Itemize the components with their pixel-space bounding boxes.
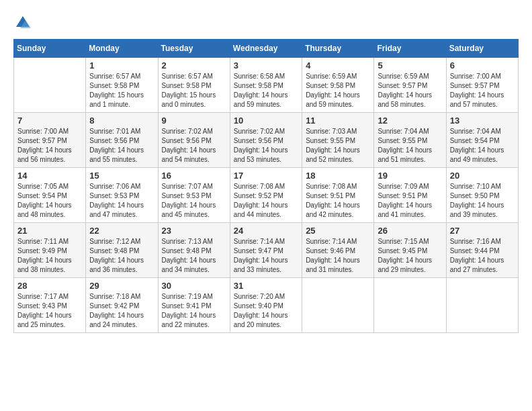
calendar-cell: 5Sunrise: 6:59 AM Sunset: 9:57 PM Daylig…: [374, 58, 446, 113]
day-info: Sunrise: 7:13 AM Sunset: 9:48 PM Dayligh…: [162, 237, 226, 275]
day-info: Sunrise: 7:18 AM Sunset: 9:42 PM Dayligh…: [89, 292, 154, 330]
day-number: 5: [378, 60, 442, 71]
day-info: Sunrise: 6:57 AM Sunset: 9:58 PM Dayligh…: [89, 72, 154, 109]
day-info: Sunrise: 7:03 AM Sunset: 9:55 PM Dayligh…: [306, 127, 370, 165]
day-number: 10: [234, 116, 298, 126]
day-info: Sunrise: 6:57 AM Sunset: 9:58 PM Dayligh…: [162, 72, 226, 109]
calendar-cell: 6Sunrise: 7:00 AM Sunset: 9:57 PM Daylig…: [446, 58, 518, 113]
calendar-cell: 24Sunrise: 7:14 AM Sunset: 9:47 PM Dayli…: [230, 223, 302, 278]
day-info: Sunrise: 7:17 AM Sunset: 9:43 PM Dayligh…: [17, 292, 82, 330]
weekday-header-saturday: Saturday: [446, 40, 518, 58]
calendar-cell: 19Sunrise: 7:09 AM Sunset: 9:51 PM Dayli…: [374, 168, 446, 223]
calendar-cell: [302, 278, 374, 333]
calendar-cell: 29Sunrise: 7:18 AM Sunset: 9:42 PM Dayli…: [86, 278, 158, 333]
calendar-cell: 26Sunrise: 7:15 AM Sunset: 9:45 PM Dayli…: [374, 223, 446, 278]
calendar-week-row: 21Sunrise: 7:11 AM Sunset: 9:49 PM Dayli…: [14, 223, 519, 278]
day-number: 16: [162, 171, 226, 181]
day-info: Sunrise: 7:06 AM Sunset: 9:53 PM Dayligh…: [89, 182, 154, 220]
calendar-week-row: 1Sunrise: 6:57 AM Sunset: 9:58 PM Daylig…: [14, 58, 519, 113]
logo: [13, 13, 35, 32]
day-number: 8: [89, 116, 154, 126]
calendar-cell: 8Sunrise: 7:01 AM Sunset: 9:56 PM Daylig…: [86, 113, 158, 168]
day-info: Sunrise: 7:20 AM Sunset: 9:40 PM Dayligh…: [234, 292, 298, 330]
calendar-cell: 15Sunrise: 7:06 AM Sunset: 9:53 PM Dayli…: [86, 168, 158, 223]
day-info: Sunrise: 7:15 AM Sunset: 9:45 PM Dayligh…: [378, 237, 442, 275]
weekday-header-thursday: Thursday: [302, 40, 374, 58]
day-number: 12: [378, 116, 442, 126]
calendar-cell: 18Sunrise: 7:08 AM Sunset: 9:51 PM Dayli…: [302, 168, 374, 223]
weekday-header-friday: Friday: [374, 40, 446, 58]
calendar-cell: 22Sunrise: 7:12 AM Sunset: 9:48 PM Dayli…: [86, 223, 158, 278]
day-number: 31: [234, 281, 298, 291]
calendar-table: SundayMondayTuesdayWednesdayThursdayFrid…: [13, 39, 519, 333]
calendar-cell: 28Sunrise: 7:17 AM Sunset: 9:43 PM Dayli…: [14, 278, 86, 333]
day-info: Sunrise: 7:19 AM Sunset: 9:41 PM Dayligh…: [162, 292, 226, 330]
day-number: 23: [162, 226, 226, 236]
day-info: Sunrise: 7:04 AM Sunset: 9:55 PM Dayligh…: [378, 127, 442, 165]
calendar-cell: [446, 278, 518, 333]
day-info: Sunrise: 7:00 AM Sunset: 9:57 PM Dayligh…: [17, 127, 82, 165]
calendar-cell: 11Sunrise: 7:03 AM Sunset: 9:55 PM Dayli…: [302, 113, 374, 168]
day-info: Sunrise: 7:12 AM Sunset: 9:48 PM Dayligh…: [89, 237, 154, 275]
day-number: 24: [234, 226, 298, 236]
day-info: Sunrise: 7:09 AM Sunset: 9:51 PM Dayligh…: [378, 182, 442, 220]
calendar-cell: 27Sunrise: 7:16 AM Sunset: 9:44 PM Dayli…: [446, 223, 518, 278]
day-number: 29: [89, 281, 154, 291]
day-number: 20: [450, 171, 515, 181]
calendar-cell: 12Sunrise: 7:04 AM Sunset: 9:55 PM Dayli…: [374, 113, 446, 168]
day-info: Sunrise: 7:11 AM Sunset: 9:49 PM Dayligh…: [17, 237, 82, 275]
day-number: 7: [17, 116, 82, 126]
day-number: 18: [306, 171, 370, 181]
logo-icon: [13, 13, 32, 32]
day-number: 21: [17, 226, 82, 236]
day-info: Sunrise: 7:00 AM Sunset: 9:57 PM Dayligh…: [450, 72, 515, 109]
day-number: 22: [89, 226, 154, 236]
calendar-week-row: 7Sunrise: 7:00 AM Sunset: 9:57 PM Daylig…: [14, 113, 519, 168]
day-info: Sunrise: 6:59 AM Sunset: 9:57 PM Dayligh…: [378, 72, 442, 109]
day-info: Sunrise: 6:59 AM Sunset: 9:58 PM Dayligh…: [306, 72, 370, 109]
weekday-header-sunday: Sunday: [14, 40, 86, 58]
calendar-cell: 20Sunrise: 7:10 AM Sunset: 9:50 PM Dayli…: [446, 168, 518, 223]
day-info: Sunrise: 7:08 AM Sunset: 9:51 PM Dayligh…: [306, 182, 370, 220]
calendar-cell: 10Sunrise: 7:02 AM Sunset: 9:56 PM Dayli…: [230, 113, 302, 168]
day-number: 19: [378, 171, 442, 181]
calendar-cell: 21Sunrise: 7:11 AM Sunset: 9:49 PM Dayli…: [14, 223, 86, 278]
day-number: 14: [17, 171, 82, 181]
day-info: Sunrise: 7:16 AM Sunset: 9:44 PM Dayligh…: [450, 237, 515, 275]
calendar-cell: 9Sunrise: 7:02 AM Sunset: 9:56 PM Daylig…: [158, 113, 230, 168]
day-info: Sunrise: 6:58 AM Sunset: 9:58 PM Dayligh…: [234, 72, 298, 109]
day-number: 4: [306, 60, 370, 71]
calendar-cell: 23Sunrise: 7:13 AM Sunset: 9:48 PM Dayli…: [158, 223, 230, 278]
day-number: 30: [162, 281, 226, 291]
day-info: Sunrise: 7:02 AM Sunset: 9:56 PM Dayligh…: [234, 127, 298, 165]
calendar-cell: 2Sunrise: 6:57 AM Sunset: 9:58 PM Daylig…: [158, 58, 230, 113]
day-info: Sunrise: 7:14 AM Sunset: 9:47 PM Dayligh…: [234, 237, 298, 275]
weekday-header-monday: Monday: [86, 40, 158, 58]
day-number: 11: [306, 116, 370, 126]
day-info: Sunrise: 7:07 AM Sunset: 9:53 PM Dayligh…: [162, 182, 226, 220]
day-number: 3: [234, 60, 298, 71]
calendar-cell: 25Sunrise: 7:14 AM Sunset: 9:46 PM Dayli…: [302, 223, 374, 278]
calendar-cell: [374, 278, 446, 333]
day-info: Sunrise: 7:02 AM Sunset: 9:56 PM Dayligh…: [162, 127, 226, 165]
calendar-cell: 1Sunrise: 6:57 AM Sunset: 9:58 PM Daylig…: [86, 58, 158, 113]
weekday-header-row: SundayMondayTuesdayWednesdayThursdayFrid…: [14, 40, 519, 58]
day-info: Sunrise: 7:05 AM Sunset: 9:54 PM Dayligh…: [17, 182, 82, 220]
day-info: Sunrise: 7:14 AM Sunset: 9:46 PM Dayligh…: [306, 237, 370, 275]
day-number: 15: [89, 171, 154, 181]
calendar-cell: [14, 58, 86, 113]
day-number: 13: [450, 116, 515, 126]
day-number: 6: [450, 60, 515, 71]
calendar-cell: 31Sunrise: 7:20 AM Sunset: 9:40 PM Dayli…: [230, 278, 302, 333]
day-number: 17: [234, 171, 298, 181]
calendar-cell: 13Sunrise: 7:04 AM Sunset: 9:54 PM Dayli…: [446, 113, 518, 168]
day-number: 25: [306, 226, 370, 236]
day-info: Sunrise: 7:08 AM Sunset: 9:52 PM Dayligh…: [234, 182, 298, 220]
day-number: 1: [89, 60, 154, 71]
calendar-cell: 14Sunrise: 7:05 AM Sunset: 9:54 PM Dayli…: [14, 168, 86, 223]
day-number: 26: [378, 226, 442, 236]
weekday-header-wednesday: Wednesday: [230, 40, 302, 58]
day-number: 28: [17, 281, 82, 291]
calendar-cell: 16Sunrise: 7:07 AM Sunset: 9:53 PM Dayli…: [158, 168, 230, 223]
calendar-week-row: 28Sunrise: 7:17 AM Sunset: 9:43 PM Dayli…: [14, 278, 519, 333]
